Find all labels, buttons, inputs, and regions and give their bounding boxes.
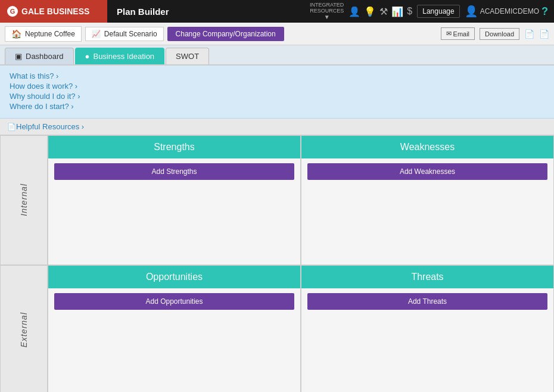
top-navbar: G GALE BUSINESS Plan Builder INTEGRATEDR… xyxy=(0,0,554,23)
email-label: Email xyxy=(453,30,470,38)
company-icon: 🏠 xyxy=(11,29,21,39)
change-company-button[interactable]: Change Company/Organization xyxy=(167,27,284,41)
tab-swot[interactable]: SWOT xyxy=(166,48,209,64)
add-opportunities-button[interactable]: Add Opportunities xyxy=(54,293,294,310)
company-tab[interactable]: 🏠 Neptune Coffee xyxy=(5,26,82,42)
helpful-resources-icon: 📄 xyxy=(7,123,16,131)
info-section: What is this? › How does it work? › Why … xyxy=(0,66,554,119)
word-icon[interactable]: 📄 xyxy=(539,29,549,39)
tab-dashboard[interactable]: ▣ Dashboard xyxy=(5,48,74,64)
download-label: Download xyxy=(485,30,514,38)
secondary-bar: 🏠 Neptune Coffee 📈 Default Scenario Chan… xyxy=(0,23,554,45)
scenario-icon: 📈 xyxy=(92,30,101,38)
plan-builder-title: Plan Builder xyxy=(107,7,310,17)
threats-quadrant: Threats Add Threats xyxy=(301,265,554,393)
opportunities-quadrant: Opportunities Add Opportunities xyxy=(48,265,301,393)
email-icon: ✉ xyxy=(446,30,452,38)
tab-business-ideation[interactable]: ● Business Ideation xyxy=(75,48,164,64)
download-button[interactable]: Download xyxy=(480,28,519,40)
weaknesses-content xyxy=(301,185,553,265)
strengths-quadrant: Strengths Add Strengths xyxy=(48,135,301,265)
nav-right: INTEGRATEDRESOURCES ▼ 👤 💡 ⚒ 📊 $ Language… xyxy=(310,2,554,21)
business-ideation-icon: ● xyxy=(85,52,90,61)
swot-grid: Internal Strengths Add Strengths Weaknes… xyxy=(0,135,554,392)
add-threats-button[interactable]: Add Threats xyxy=(307,293,547,310)
integrated-resources-label: INTEGRATEDRESOURCES xyxy=(310,2,344,14)
internal-label: Internal xyxy=(19,183,29,216)
tab-dashboard-label: Dashboard xyxy=(26,52,64,61)
why-should-link[interactable]: Why should I do it? › xyxy=(10,92,544,101)
user-area: 👤 ACADEMICDEMO ? xyxy=(465,5,548,18)
internal-label-cell: Internal xyxy=(0,135,48,265)
external-label-cell: External xyxy=(0,265,48,393)
company-label: Neptune Coffee xyxy=(25,30,75,38)
threats-header: Threats xyxy=(301,266,553,288)
external-label: External xyxy=(19,312,29,347)
how-does-it-work-link[interactable]: How does it work? › xyxy=(10,82,544,91)
user-label: ACADEMICDEMO xyxy=(480,7,539,15)
threats-content xyxy=(301,315,553,393)
where-to-start-link[interactable]: Where do I start? › xyxy=(10,102,544,111)
strengths-content xyxy=(48,185,300,265)
person-icon[interactable]: 👤 xyxy=(348,6,360,17)
chart-icon[interactable]: 📊 xyxy=(391,6,403,17)
language-button[interactable]: Language xyxy=(417,5,459,18)
gale-logo-text: GALE BUSINESS xyxy=(21,7,89,16)
integrated-resources[interactable]: INTEGRATEDRESOURCES ▼ xyxy=(310,2,344,21)
pdf-icon[interactable]: 📄 xyxy=(524,29,534,39)
helpful-resources-link[interactable]: Helpful Resources › xyxy=(16,122,84,131)
gale-logo: G GALE BUSINESS xyxy=(0,0,107,23)
user-icon: 👤 xyxy=(465,5,478,18)
gale-logo-icon: G xyxy=(7,6,18,17)
tab-bar: ▣ Dashboard ● Business Ideation SWOT xyxy=(0,45,554,66)
helpful-resources-bar: 📄 Helpful Resources › xyxy=(0,119,554,135)
tools-icon[interactable]: ⚒ xyxy=(379,6,388,17)
nav-icons: 👤 💡 ⚒ 📊 $ xyxy=(348,6,412,17)
dashboard-icon: ▣ xyxy=(15,52,22,61)
weaknesses-header: Weaknesses xyxy=(301,136,553,158)
action-buttons: ✉ Email Download 📄 📄 xyxy=(441,27,549,40)
scenario-label: Default Scenario xyxy=(104,30,157,38)
dollar-icon[interactable]: $ xyxy=(407,6,412,17)
opportunities-content xyxy=(48,315,300,393)
add-weaknesses-button[interactable]: Add Weaknesses xyxy=(307,163,547,180)
email-button[interactable]: ✉ Email xyxy=(441,27,475,40)
opportunities-header: Opportunities xyxy=(48,266,300,288)
what-is-this-link[interactable]: What is this? › xyxy=(10,71,544,80)
tab-business-ideation-label: Business Ideation xyxy=(93,52,154,61)
weaknesses-quadrant: Weaknesses Add Weaknesses xyxy=(301,135,554,265)
help-icon[interactable]: ? xyxy=(541,5,548,18)
lightbulb-icon[interactable]: 💡 xyxy=(364,6,376,17)
tab-swot-label: SWOT xyxy=(176,52,199,61)
strengths-header: Strengths xyxy=(48,136,300,158)
scenario-tab[interactable]: 📈 Default Scenario xyxy=(85,27,164,41)
add-strengths-button[interactable]: Add Strengths xyxy=(54,163,294,180)
